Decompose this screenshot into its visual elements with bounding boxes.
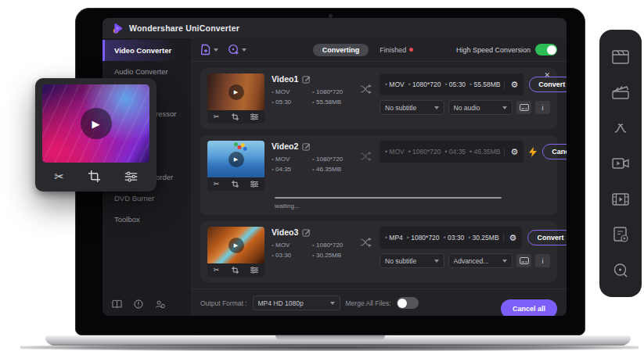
video-row-3: ▶ ✂ xyxy=(200,221,557,282)
merger-filmstrip-icon[interactable] xyxy=(611,191,630,208)
sidebar-item-toolbox[interactable]: Toolbox xyxy=(103,209,191,230)
audio-dropdown[interactable]: No audio xyxy=(448,100,513,115)
play-icon[interactable]: ▶ xyxy=(228,152,244,167)
toolbar: Converting Finished High Speed Conversio… xyxy=(191,38,567,62)
finished-badge-dot xyxy=(409,48,413,52)
crop-icon[interactable] xyxy=(232,181,239,188)
out-size: 46.35MB xyxy=(470,148,500,156)
effects-icon[interactable] xyxy=(250,113,258,120)
src-size: 30.25MB xyxy=(312,252,353,259)
effect-curves-icon[interactable] xyxy=(611,120,630,137)
subtitle-dropdown-value: No subtitle xyxy=(385,104,434,112)
tab-converting[interactable]: Converting xyxy=(313,44,369,56)
output-format-value: MP4 HD 1080p xyxy=(258,299,304,307)
add-file-icon xyxy=(200,44,211,56)
effects-icon[interactable] xyxy=(250,181,258,188)
trim-icon[interactable]: ✂ xyxy=(54,170,64,184)
close-icon[interactable]: ✕ xyxy=(544,72,550,79)
video-frame-icon[interactable] xyxy=(611,48,630,66)
add-dvd-button[interactable] xyxy=(228,44,246,56)
trim-icon[interactable]: ✂ xyxy=(214,113,220,120)
convert-button[interactable]: Convert xyxy=(529,77,567,92)
tab-finished[interactable]: Finished xyxy=(380,46,413,54)
trim-icon[interactable]: ✂ xyxy=(214,267,220,274)
out-size: 30.25MB xyxy=(468,234,498,242)
crop-icon[interactable] xyxy=(88,170,100,182)
play-icon[interactable]: ▶ xyxy=(228,238,244,253)
video1-title: Video1 xyxy=(272,74,298,84)
gear-icon[interactable]: ⚙ xyxy=(503,234,517,242)
src-duration: 03:30 xyxy=(272,252,308,259)
src-duration: 04:35 xyxy=(272,166,308,173)
info-icon[interactable]: i xyxy=(535,254,550,267)
video-row-1: ✕ ▶ ✂ xyxy=(200,68,557,129)
src-resolution: 1080*720 xyxy=(312,242,353,249)
merge-all-files-toggle[interactable] xyxy=(397,297,419,309)
rename-icon[interactable] xyxy=(302,75,311,84)
guide-book-icon[interactable] xyxy=(112,299,122,309)
output-settings-box[interactable]: MOV 1080*720 04:35 46.35MB ⚙ xyxy=(380,141,523,163)
disc-search-icon[interactable] xyxy=(611,262,630,279)
play-icon[interactable]: ▶ xyxy=(228,84,244,100)
screen-recorder-icon[interactable] xyxy=(611,155,630,172)
audio-dropdown-value: Advanced... xyxy=(454,257,503,265)
output-settings-box[interactable]: MOV 1080*720 05:30 55.58MB ⚙ xyxy=(380,73,523,95)
main-panel: Converting Finished High Speed Conversio… xyxy=(191,38,567,316)
out-format: MP4 xyxy=(385,234,403,242)
subtitle-editor-icon[interactable] xyxy=(516,254,531,267)
output-format-label: Output Format : xyxy=(200,299,247,307)
src-size: 46.35MB xyxy=(312,166,353,173)
task-list: ✕ ▶ ✂ xyxy=(191,62,567,288)
effects-icon[interactable] xyxy=(124,171,138,182)
video2-thumbnail[interactable]: ▶ ✂ xyxy=(207,141,264,191)
info-icon[interactable]: i xyxy=(535,101,550,114)
rename-icon[interactable] xyxy=(302,142,311,151)
add-disc-icon xyxy=(228,44,239,56)
out-duration: 04:35 xyxy=(444,148,466,156)
support-info-icon[interactable] xyxy=(134,299,143,309)
src-format: MOV xyxy=(272,242,308,249)
tab-bar: Converting Finished xyxy=(294,44,432,56)
convert-arrow-icon xyxy=(360,238,372,247)
effects-icon[interactable] xyxy=(250,267,258,274)
src-resolution: 1080*720 xyxy=(312,88,353,95)
video1-thumbnail[interactable]: ▶ ✂ xyxy=(207,73,264,124)
app-title: Wondershare UniConverter xyxy=(129,23,239,33)
sidebar-item-video-converter[interactable]: Video Converter xyxy=(103,40,191,61)
subtitle-dropdown[interactable]: No subtitle xyxy=(380,253,444,268)
convert-arrow-icon xyxy=(360,84,372,94)
app-logo-icon xyxy=(112,23,124,34)
gear-icon[interactable]: ⚙ xyxy=(504,81,518,89)
play-icon[interactable]: ▶ xyxy=(81,108,112,139)
out-format: MOV xyxy=(385,81,405,88)
subtitle-editor-icon[interactable] xyxy=(516,101,531,114)
media-library-icon[interactable] xyxy=(611,226,630,243)
add-file-button[interactable] xyxy=(200,44,218,56)
cancel-button[interactable]: Cancel xyxy=(542,144,567,159)
clapperboard-icon[interactable] xyxy=(611,84,630,101)
crop-icon[interactable] xyxy=(232,267,239,274)
crop-icon[interactable] xyxy=(232,113,239,120)
video-preview-card: ▶ ✂ xyxy=(35,78,157,192)
convert-button[interactable]: Convert xyxy=(527,230,567,245)
audio-dropdown[interactable]: Advanced... xyxy=(448,253,513,268)
merge-all-files-label: Merge All Files: xyxy=(346,299,391,307)
src-duration: 05:30 xyxy=(272,98,308,106)
out-resolution: 1080*720 xyxy=(407,234,440,242)
preview-toolbar: ✂ xyxy=(42,163,149,190)
cancel-all-button[interactable]: Cancel all xyxy=(501,299,557,316)
video-row-2: ▶ ✂ xyxy=(200,135,557,215)
preview-thumbnail[interactable]: ▶ xyxy=(42,84,149,163)
laptop-base-notch xyxy=(275,335,385,340)
video3-thumbnail[interactable]: ▶ ✂ xyxy=(207,227,264,277)
subtitle-dropdown[interactable]: No subtitle xyxy=(380,100,444,115)
high-speed-label: High Speed Conversion xyxy=(456,46,531,54)
gear-icon[interactable]: ⚙ xyxy=(504,148,518,156)
high-speed-toggle[interactable] xyxy=(535,44,557,56)
scene: Wondershare UniConverter Video Converter… xyxy=(0,0,644,351)
output-settings-box[interactable]: MP4 1080*720 03:30 30.25MB ⚙ xyxy=(380,227,522,249)
account-icon[interactable] xyxy=(155,299,165,309)
output-format-select[interactable]: MP4 HD 1080p xyxy=(253,295,340,310)
rename-icon[interactable] xyxy=(302,228,311,237)
trim-icon[interactable]: ✂ xyxy=(214,181,220,188)
